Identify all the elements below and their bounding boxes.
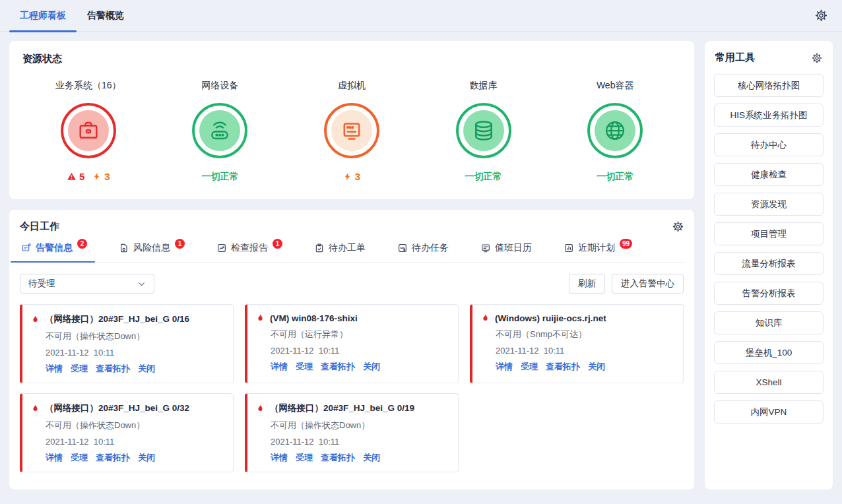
tools-settings-gear-icon[interactable] (812, 53, 822, 63)
resource-status-counts: 5 3 (67, 170, 110, 183)
tool-xshell[interactable]: XShell (714, 371, 824, 394)
settings-gear-icon[interactable] (815, 9, 827, 22)
tool-traffic-analysis-report[interactable]: 流量分析报表 (714, 252, 824, 275)
calendar-icon (480, 243, 491, 253)
tool-knowledge-base[interactable]: 知识库 (714, 311, 824, 334)
alert-status-select[interactable]: 待受理 (20, 274, 154, 294)
alert-detail-link[interactable]: 详情 (271, 361, 288, 373)
alert-card: （网络接口）20#3F_HJ_bei_G 0/32 不可用（操作状态Down） … (20, 393, 234, 472)
tool-bastion-host[interactable]: 堡垒机_100 (714, 341, 824, 364)
chevron-down-icon (137, 280, 146, 288)
alert-topology-link[interactable]: 查看拓扑 (321, 361, 355, 373)
tab-badge: 1 (273, 239, 282, 249)
alert-desc: 不可用（操作状态Down） (30, 420, 224, 431)
alert-accept-link[interactable]: 受理 (296, 452, 313, 464)
alert-close-link[interactable]: 关闭 (363, 361, 380, 373)
common-tools-title: 常用工具 (715, 51, 755, 64)
ticket-icon (314, 243, 325, 253)
today-work-title: 今日工作 (20, 220, 59, 233)
tab-recent-plans[interactable]: 近期计划 99 (562, 241, 633, 262)
alert-desc: 不可用（运行异常） (255, 329, 449, 340)
lightning-icon (92, 172, 102, 181)
alert-desc: 不可用（Snmp不可达） (480, 329, 674, 340)
alert-close-link[interactable]: 关闭 (588, 361, 605, 373)
alert-close-link[interactable]: 关闭 (138, 452, 155, 464)
resource-item-business-systems: 业务系统（16） 5 (27, 80, 150, 183)
fire-icon (255, 313, 265, 323)
alert-card: （网络接口）20#3F_HJ_bei_G 0/16 不可用（操作状态Down） … (20, 304, 234, 383)
alert-topology-link[interactable]: 查看拓扑 (96, 452, 130, 464)
tab-engineer-dashboard[interactable]: 工程师看板 (9, 0, 77, 31)
task-icon (397, 243, 408, 253)
alert-topology-link[interactable]: 查看拓扑 (546, 361, 580, 373)
resource-item-databases: 数据库 一切正常 (422, 80, 545, 183)
alert-time: 2021-11-12 10:11 (480, 346, 674, 356)
resource-status-card: 资源状态 业务系统（16） (9, 41, 694, 199)
tool-his-business-topology[interactable]: HIS系统业务拓扑图 (714, 104, 824, 127)
alert-accept-link[interactable]: 受理 (521, 361, 538, 373)
tab-alert-info[interactable]: 告警信息 2 (20, 241, 88, 262)
tool-resource-discovery[interactable]: 资源发现 (714, 193, 824, 216)
resource-status-ring[interactable] (456, 103, 511, 158)
alert-topology-link[interactable]: 查看拓扑 (321, 452, 355, 464)
resource-status-ring[interactable] (587, 103, 643, 158)
tab-pending-tasks[interactable]: 待办任务 (396, 241, 450, 262)
alert-accept-link[interactable]: 受理 (296, 361, 313, 373)
alert-detail-link[interactable]: 详情 (46, 363, 63, 375)
tab-badge: 99 (620, 239, 632, 249)
alert-desc: 不可用（操作状态Down） (30, 331, 224, 342)
resource-status-ring[interactable] (61, 103, 116, 158)
fire-icon (30, 404, 40, 414)
fault-count: 3 (92, 171, 110, 182)
tab-pending-tickets[interactable]: 待办工单 (313, 241, 367, 262)
vm-screen-icon (331, 110, 372, 151)
tool-alert-analysis-report[interactable]: 告警分析报表 (714, 282, 824, 305)
tool-health-check[interactable]: 健康检查 (714, 163, 824, 186)
tab-risk-info[interactable]: 风险信息 1 (117, 241, 186, 262)
tab-badge: 2 (77, 239, 87, 249)
plan-chart-icon (564, 243, 574, 253)
select-value: 待受理 (28, 278, 55, 290)
alert-card: （网络接口）20#3F_HJ_bei_G 0/19 不可用（操作状态Down） … (245, 393, 459, 472)
alert-close-link[interactable]: 关闭 (138, 363, 155, 375)
alert-accept-link[interactable]: 受理 (71, 363, 88, 375)
tab-inspection-report[interactable]: 检查报告 1 (215, 241, 284, 262)
alert-center-button[interactable]: 进入告警中心 (612, 274, 684, 294)
alert-time: 2021-11-12 10:11 (255, 346, 449, 356)
tool-project-management[interactable]: 项目管理 (714, 222, 824, 245)
resource-status-ok: 一切正常 (465, 170, 502, 183)
alert-detail-link[interactable]: 详情 (496, 361, 513, 373)
alert-message-icon (21, 243, 32, 253)
tools-list: 核心网络拓扑图 HIS系统业务拓扑图 待办中心 健康检查 资源发现 项目管理 流… (714, 74, 824, 424)
common-tools-card: 常用工具 核心网络拓扑图 HIS系统业务拓扑图 待办中心 健康检查 资源发现 项… (705, 41, 833, 489)
topbar-spacer (135, 0, 815, 31)
tool-intranet-vpn[interactable]: 内网VPN (714, 400, 824, 424)
alert-accept-link[interactable]: 受理 (71, 452, 88, 464)
resource-label: 业务系统（16） (55, 80, 121, 92)
alert-title: （网络接口）20#3F_HJ_bei_G 0/19 (270, 402, 414, 414)
resource-label: Web容器 (597, 80, 634, 92)
alert-time: 2021-11-12 10:11 (30, 348, 224, 358)
alert-title: (VM) win08-176-shixi (270, 313, 358, 323)
alert-desc: 不可用（操作状态Down） (255, 420, 449, 431)
resource-label: 数据库 (470, 80, 498, 92)
resource-item-network-devices: 网络设备 一切正常 (158, 80, 281, 183)
alert-topology-link[interactable]: 查看拓扑 (96, 363, 130, 375)
work-settings-gear-icon[interactable] (672, 221, 684, 232)
work-tabs: 告警信息 2 风险信息 1 检查报告 1 待办工单 (20, 241, 684, 263)
alert-time: 2021-11-12 10:11 (30, 437, 224, 447)
resource-status-ring[interactable] (324, 103, 379, 158)
resource-status-ring[interactable] (192, 103, 247, 158)
alert-close-link[interactable]: 关闭 (363, 452, 380, 464)
tool-core-network-topology[interactable]: 核心网络拓扑图 (714, 74, 824, 97)
tool-todo-center[interactable]: 待办中心 (714, 133, 824, 156)
refresh-button[interactable]: 刷新 (569, 274, 605, 294)
tab-duty-calendar[interactable]: 值班日历 (479, 241, 533, 262)
alert-detail-link[interactable]: 详情 (271, 452, 288, 464)
alert-detail-link[interactable]: 详情 (46, 452, 63, 464)
lightning-icon (343, 172, 352, 181)
tab-alert-overview[interactable]: 告警概览 (77, 0, 135, 31)
fault-count: 3 (343, 171, 360, 182)
tab-label: 工程师看板 (20, 10, 66, 22)
alert-title: (Windows) ruijie-ocs.rj.net (495, 313, 606, 323)
